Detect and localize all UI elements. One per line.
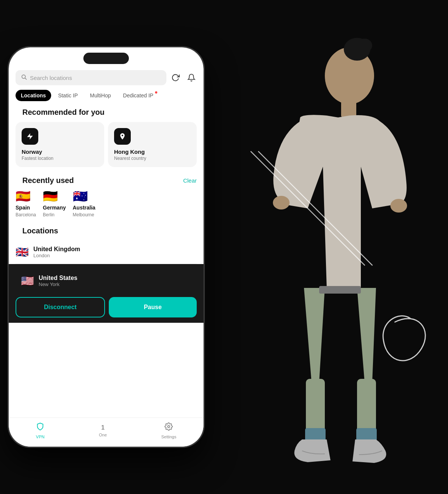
recent-item-australia[interactable]: 🇦🇺 Australia Melbourne xyxy=(73,190,96,217)
svg-line-4 xyxy=(251,152,365,265)
nav-one-label: One xyxy=(99,433,107,437)
flag-australia: 🇦🇺 xyxy=(73,190,88,202)
svg-rect-16 xyxy=(356,428,377,443)
svg-line-1 xyxy=(25,78,26,79)
recently-title: Recently used xyxy=(16,176,81,185)
nav-vpn-label: VPN xyxy=(36,435,45,439)
clear-button[interactable]: Clear xyxy=(183,177,197,184)
recommended-section: Recommended for you Norway xyxy=(9,108,204,167)
recent-item-spain[interactable]: 🇪🇸 Spain Barcelona xyxy=(16,190,36,217)
nav-settings-icon xyxy=(164,422,173,433)
recent-grid: 🇪🇸 Spain Barcelona 🇩🇪 Germany Berlin xyxy=(16,190,197,217)
recent-item-germany[interactable]: 🇩🇪 Germany Berlin xyxy=(43,190,66,217)
search-bar: Search locations xyxy=(9,70,204,85)
svg-rect-13 xyxy=(306,379,325,439)
bell-icon[interactable] xyxy=(186,72,197,83)
location-item-us[interactable]: 🇺🇸 United States New York xyxy=(16,269,197,292)
svg-point-0 xyxy=(22,75,25,78)
recommended-title: Recommended for you xyxy=(16,108,197,117)
rec-card-hongkong[interactable]: Hong Kong Nearest country xyxy=(108,122,197,167)
svg-point-3 xyxy=(168,425,170,428)
svg-rect-15 xyxy=(305,428,326,443)
phone-mockup: Search locations xyxy=(8,46,205,448)
nav-item-settings[interactable]: Settings xyxy=(161,422,176,439)
bottom-nav: VPN 1 One Settings xyxy=(9,417,204,447)
locations-title: Locations xyxy=(16,227,197,235)
nav-item-vpn[interactable]: VPN xyxy=(36,422,45,439)
svg-rect-12 xyxy=(319,286,361,294)
person-figure xyxy=(209,23,429,477)
svg-rect-9 xyxy=(341,100,356,117)
search-action-icons xyxy=(170,72,197,83)
svg-rect-14 xyxy=(357,379,376,439)
rec-card-norway[interactable]: Norway Fastest location xyxy=(16,122,104,167)
recently-header: Recently used Clear xyxy=(16,176,197,185)
rec-card-norway-info: Norway Fastest location xyxy=(22,149,98,161)
action-buttons: Disconnect Pause xyxy=(16,297,197,317)
svg-marker-2 xyxy=(27,133,33,140)
search-icon xyxy=(21,74,27,81)
recently-section: Recently used Clear 🇪🇸 Spain Barcelona xyxy=(9,176,204,217)
tab-static-ip[interactable]: Static IP xyxy=(53,90,83,101)
flag-uk: 🇬🇧 xyxy=(16,246,29,258)
recommended-grid: Norway Fastest location xyxy=(16,122,197,167)
phone-shell: Search locations xyxy=(8,46,205,448)
tab-bar: Locations Static IP MultiHop Dedicated I… xyxy=(9,90,204,101)
screen-content: Search locations xyxy=(9,47,204,447)
rec-icon-pin xyxy=(114,128,131,145)
flag-germany: 🇩🇪 xyxy=(43,190,58,202)
flag-us: 🇺🇸 xyxy=(21,275,34,287)
rec-card-hongkong-info: Hong Kong Nearest country xyxy=(114,149,191,161)
phone-screen: Search locations xyxy=(9,47,204,447)
location-uk-info: United Kingdom London xyxy=(33,246,197,258)
disconnect-button[interactable]: Disconnect xyxy=(16,297,105,317)
flag-spain: 🇪🇸 xyxy=(16,190,31,202)
nav-item-one[interactable]: 1 One xyxy=(99,424,107,437)
refresh-icon[interactable] xyxy=(170,72,181,83)
scroll-area[interactable]: Recommended for you Norway xyxy=(9,108,204,417)
tab-locations[interactable]: Locations xyxy=(16,90,51,101)
search-input-wrapper[interactable]: Search locations xyxy=(16,70,166,85)
locations-section: Locations 🇬🇧 United Kingdom London xyxy=(9,227,204,264)
location-item-uk[interactable]: 🇬🇧 United Kingdom London xyxy=(16,241,197,264)
svg-line-5 xyxy=(258,152,372,265)
svg-point-7 xyxy=(344,38,370,61)
tab-dedicated-ip[interactable]: Dedicated IP xyxy=(118,90,159,101)
nav-vpn-icon xyxy=(36,422,44,433)
svg-point-11 xyxy=(390,199,407,213)
svg-point-6 xyxy=(325,47,374,104)
nav-settings-label: Settings xyxy=(161,435,176,439)
rec-icon-lightning xyxy=(22,128,38,145)
svg-point-8 xyxy=(357,39,372,52)
tab-dot-dedicated xyxy=(155,91,157,94)
search-placeholder: Search locations xyxy=(30,75,72,81)
svg-point-10 xyxy=(273,196,290,209)
annotation-lines xyxy=(175,0,448,494)
nav-one-icon: 1 xyxy=(101,424,105,431)
pause-button[interactable]: Pause xyxy=(109,297,197,317)
tab-multihop[interactable]: MultiHop xyxy=(85,90,116,101)
phone-notch xyxy=(83,53,129,64)
connected-section: 🇺🇸 United States New York Disconnect Pau… xyxy=(9,264,204,323)
location-us-info: United States New York xyxy=(39,275,191,287)
